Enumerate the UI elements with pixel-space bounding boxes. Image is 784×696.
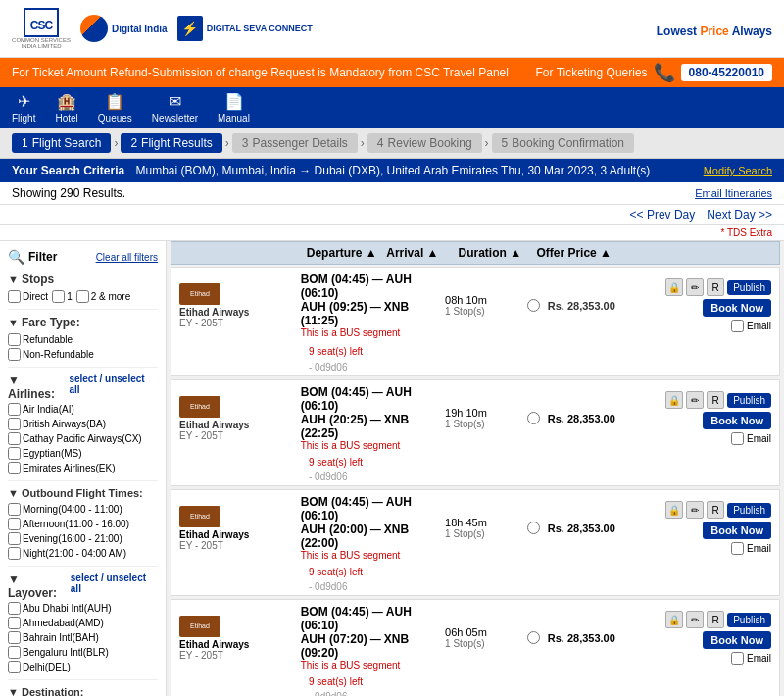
csc-logo: CSC COMMON SERVICES INDIA LIMITED	[12, 8, 71, 49]
etihad-logo-3: Etihad	[179, 506, 220, 527]
email-checkbox-2[interactable]	[731, 432, 744, 445]
airline-ek-checkbox[interactable]	[8, 462, 21, 474]
evening-checkbox[interactable]	[8, 532, 21, 545]
book-button-1[interactable]: Book Now	[703, 299, 771, 317]
clear-all-filters[interactable]: Clear all filters	[96, 252, 158, 263]
night-checkbox[interactable]	[8, 547, 21, 560]
publish-button-2[interactable]: Publish	[727, 393, 771, 408]
search-criteria-bar: Your Search Criteria Mumbai (BOM), Mumba…	[0, 159, 784, 182]
airlines-section: ▼ Airlines: select / unselect all Air In…	[8, 373, 158, 481]
results-bar: Showing 290 Results. Email Itineraries	[0, 182, 784, 205]
airline-ba-checkbox[interactable]	[8, 418, 21, 430]
flight-card: Etihad Etihad Airways EY - 205T BOM (04:…	[171, 489, 780, 596]
layover-del-checkbox[interactable]	[8, 661, 21, 673]
layover-bah-checkbox[interactable]	[8, 631, 21, 644]
layover-section: ▼ Layover: select / unselect all Abu Dha…	[8, 572, 158, 680]
etihad-logo-1: Etihad	[179, 283, 220, 305]
etihad-logo-2: Etihad	[179, 396, 220, 418]
main-nav: ✈ Flight 🏨 Hotel 📋 Queues ✉ Newsletter 📄…	[0, 87, 784, 128]
email-checkbox-1[interactable]	[731, 320, 744, 332]
r-icon-3[interactable]: R	[707, 501, 724, 519]
edit-icon-3[interactable]: ✏	[686, 501, 704, 519]
header: CSC COMMON SERVICES INDIA LIMITED Digita…	[0, 0, 784, 58]
step-4[interactable]: 4 Review Booking	[368, 133, 482, 153]
publish-button-3[interactable]: Publish	[727, 503, 771, 518]
filter-header: 🔍 Filter Clear all filters	[8, 249, 158, 265]
step-5[interactable]: 5 Booking Confirmation	[492, 133, 634, 153]
layover-select-link[interactable]: select / unselect all	[71, 572, 158, 600]
step-2[interactable]: 2 Flight Results	[121, 133, 221, 153]
prev-day-link[interactable]: << Prev Day	[630, 208, 696, 222]
publish-button-1[interactable]: Publish	[727, 280, 771, 295]
r-icon[interactable]: R	[707, 278, 724, 296]
sidebar: 🔍 Filter Clear all filters ▼ Stops Direc…	[0, 241, 167, 696]
digital-india-logo: Digital India	[80, 15, 168, 42]
nav-flight[interactable]: ✈ Flight	[12, 92, 35, 124]
nav-days-bar: << Prev Day Next Day >>	[0, 205, 784, 225]
flight-card: Etihad Etihad Airways EY - 205T BOM (04:…	[171, 599, 780, 696]
book-button-3[interactable]: Book Now	[703, 522, 771, 539]
edit-icon[interactable]: ✏	[686, 278, 704, 296]
results-panel: Departure ▲ Arrival ▲ Duration ▲ Offer P…	[167, 241, 784, 696]
layover-blr-checkbox[interactable]	[8, 646, 21, 659]
lock-icon-2: 🔒	[665, 391, 683, 409]
tds-note: * TDS Extra	[0, 225, 784, 241]
step-3[interactable]: 3 Passenger Details	[232, 133, 358, 153]
flight-card: Etihad Etihad Airways EY - 205T BOM (04:…	[171, 267, 780, 376]
results-count: Showing 290 Results.	[12, 186, 125, 200]
modify-search-link[interactable]: Modify Search	[704, 165, 772, 176]
nav-manual[interactable]: 📄 Manual	[218, 92, 250, 124]
nav-queues[interactable]: 📋 Queues	[98, 92, 132, 124]
step-1[interactable]: 1 Flight Search	[12, 133, 111, 153]
afternoon-checkbox[interactable]	[8, 518, 21, 530]
email-checkbox-4[interactable]	[731, 652, 744, 665]
morning-checkbox[interactable]	[8, 503, 21, 516]
next-day-link[interactable]: Next Day >>	[707, 208, 772, 222]
flight-card: Etihad Etihad Airways EY - 205T BOM (04:…	[171, 379, 780, 486]
airline-ms-checkbox[interactable]	[8, 447, 21, 460]
lowest-price-banner: Lowest Price Always	[657, 16, 772, 41]
etihad-logo-4: Etihad	[179, 616, 220, 637]
lock-icon-3: 🔒	[665, 501, 683, 519]
edit-icon-2[interactable]: ✏	[686, 391, 704, 409]
flight-radio-4[interactable]	[527, 631, 540, 644]
flight-radio-2[interactable]	[527, 412, 540, 424]
layover-amd-checkbox[interactable]	[8, 617, 21, 629]
stops-section: ▼ Stops Direct 1 2 & more	[8, 273, 158, 310]
r-icon-4[interactable]: R	[707, 611, 724, 628]
book-button-4[interactable]: Book Now	[703, 631, 771, 649]
non-refundable-checkbox[interactable]	[8, 348, 21, 361]
airline-ai-checkbox[interactable]	[8, 403, 21, 416]
edit-icon-4[interactable]: ✏	[686, 611, 704, 628]
email-checkbox-3[interactable]	[731, 542, 744, 555]
lock-icon-4: 🔒	[665, 611, 683, 628]
flight-radio-3[interactable]	[527, 522, 540, 534]
lock-icon: 🔒	[665, 278, 683, 296]
notif-bar: For Ticket Amount Refund-Submission of c…	[0, 58, 784, 87]
r-icon-2[interactable]: R	[707, 391, 724, 409]
email-itineraries-link[interactable]: Email Itineraries	[695, 187, 772, 199]
stops-direct-checkbox[interactable]	[8, 290, 21, 303]
publish-button-4[interactable]: Publish	[727, 613, 771, 627]
stops-2plus-checkbox[interactable]	[76, 290, 89, 303]
column-headers: Departure ▲ Arrival ▲ Duration ▲ Offer P…	[171, 241, 780, 265]
destination-section: ▼ Destination: Dubai(DXB) Dubai Bus Stat…	[8, 686, 158, 696]
outbound-section: ▼ Outbound Flight Times: Morning(04:00 -…	[8, 487, 158, 567]
steps-bar: 1 Flight Search › 2 Flight Results › 3 P…	[0, 128, 784, 159]
digital-seva-logo: ⚡ DIGITAL SEVA CONNECT	[177, 16, 313, 41]
nav-hotel[interactable]: 🏨 Hotel	[55, 92, 77, 124]
fare-type-section: ▼ Fare Type: Refundable Non-Refundable	[8, 316, 158, 368]
stops-1-checkbox[interactable]	[52, 290, 65, 303]
refundable-checkbox[interactable]	[8, 333, 21, 346]
airlines-select-link[interactable]: select / unselect all	[69, 373, 158, 401]
nav-newsletter[interactable]: ✉ Newsletter	[152, 92, 198, 124]
flight-radio-1[interactable]	[527, 299, 540, 312]
layover-auh-checkbox[interactable]	[8, 602, 21, 615]
airline-cx-checkbox[interactable]	[8, 432, 21, 445]
book-button-2[interactable]: Book Now	[703, 412, 771, 429]
